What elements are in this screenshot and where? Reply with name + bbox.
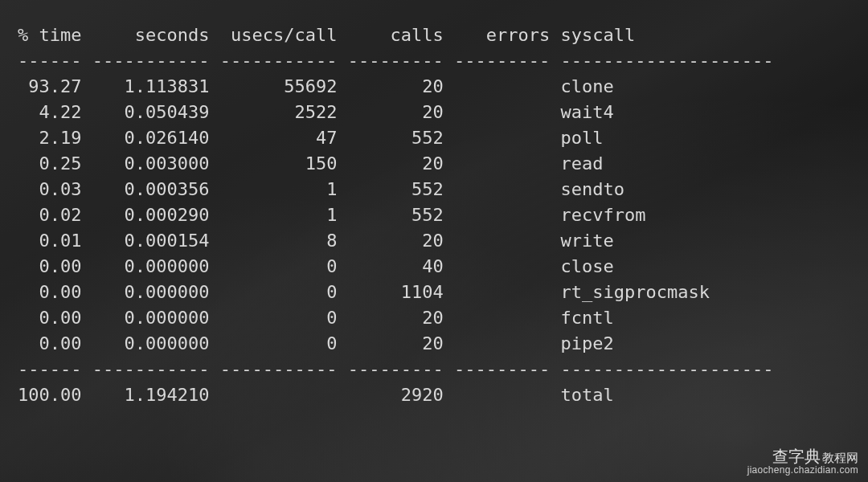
- header-errors: errors: [454, 25, 550, 45]
- cell-seconds-r4: 0.000356: [92, 179, 210, 199]
- cell-seconds-r5: 0.000290: [92, 205, 210, 225]
- divider-errors: ---------: [454, 51, 550, 71]
- table-row: 93.27 1.113831 55692 20 clone: [18, 74, 850, 100]
- divider-calls: ---------: [348, 359, 444, 379]
- table-row: 0.00 0.000000 0 1104 rt_sigprocmask: [18, 280, 850, 305]
- cell-usecs_call-r2: 47: [220, 128, 338, 148]
- table-row: 0.02 0.000290 1 552 recvfrom: [18, 202, 850, 228]
- cell-seconds-total: 1.194210: [92, 385, 210, 405]
- cell-usecs_call-r8: 0: [220, 282, 338, 302]
- cell-syscall-r2: poll: [561, 128, 774, 148]
- cell-calls-r2: 552: [348, 128, 444, 148]
- cell-seconds-r7: 0.000000: [92, 256, 210, 276]
- cell-syscall-r0: clone: [561, 76, 774, 96]
- table-row: 0.00 0.000000 0 20 pipe2: [18, 331, 850, 357]
- header-seconds: seconds: [92, 25, 210, 45]
- cell-syscall-total: total: [561, 385, 774, 405]
- divider-seconds: -----------: [92, 51, 210, 71]
- divider-pct_time: ------: [18, 359, 81, 379]
- cell-seconds-r0: 1.113831: [92, 76, 210, 96]
- header-calls: calls: [348, 25, 444, 45]
- table-row: 0.00 0.000000 0 20 fcntl: [18, 305, 850, 331]
- divider-seconds: -----------: [92, 359, 210, 379]
- cell-errors-r0: [454, 76, 550, 96]
- table-row: 0.01 0.000154 8 20 write: [18, 228, 850, 254]
- divider-row: ------ ----------- ----------- ---------…: [18, 357, 850, 382]
- cell-pct_time-r2: 2.19: [18, 128, 81, 148]
- cell-errors-r9: [454, 308, 550, 328]
- cell-pct_time-r4: 0.03: [18, 179, 81, 199]
- cell-usecs_call-r3: 150: [220, 153, 338, 174]
- cell-syscall-r9: fcntl: [561, 308, 774, 328]
- table-row: 0.25 0.003000 150 20 read: [18, 151, 850, 177]
- divider-row: ------ ----------- ----------- ---------…: [18, 48, 850, 74]
- cell-pct_time-r1: 4.22: [18, 102, 81, 122]
- cell-syscall-r6: write: [561, 231, 774, 251]
- cell-syscall-r4: sendto: [561, 179, 774, 199]
- watermark-title: 查字典教程网: [747, 447, 858, 465]
- divider-usecs_call: -----------: [220, 51, 338, 71]
- watermark: 查字典教程网 jiaocheng.chazidian.com: [747, 447, 858, 476]
- cell-calls-r5: 552: [348, 205, 444, 225]
- cell-usecs_call-r0: 55692: [220, 76, 338, 96]
- table-row: 0.03 0.000356 1 552 sendto: [18, 177, 850, 202]
- cell-usecs_call-r4: 1: [220, 179, 338, 199]
- cell-calls-r6: 20: [348, 231, 444, 251]
- header-usecs_call: usecs/call: [220, 25, 338, 45]
- watermark-title-suffix: 教程网: [822, 451, 858, 464]
- divider-usecs_call: -----------: [220, 359, 338, 379]
- cell-calls-r7: 40: [348, 256, 444, 276]
- cell-syscall-r1: wait4: [561, 102, 774, 122]
- cell-errors-r6: [454, 231, 550, 251]
- divider-calls: ---------: [348, 51, 444, 71]
- cell-seconds-r10: 0.000000: [92, 333, 210, 353]
- cell-calls-r8: 1104: [348, 282, 444, 302]
- cell-pct_time-r6: 0.01: [18, 231, 81, 251]
- cell-syscall-r10: pipe2: [561, 333, 774, 353]
- cell-errors-r10: [454, 333, 550, 353]
- cell-usecs_call-r5: 1: [220, 205, 338, 225]
- cell-errors-r5: [454, 205, 550, 225]
- cell-errors-r4: [454, 179, 550, 199]
- cell-syscall-r5: recvfrom: [561, 205, 774, 225]
- cell-calls-r3: 20: [348, 153, 444, 174]
- cell-usecs_call-r9: 0: [220, 308, 338, 328]
- cell-pct_time-r5: 0.02: [18, 205, 81, 225]
- table-row: 0.00 0.000000 0 40 close: [18, 254, 850, 280]
- cell-pct_time-r3: 0.25: [18, 153, 81, 174]
- cell-errors-r1: [454, 102, 550, 122]
- cell-calls-r1: 20: [348, 102, 444, 122]
- cell-calls-total: 2920: [348, 385, 444, 405]
- cell-seconds-r1: 0.050439: [92, 102, 210, 122]
- cell-errors-r2: [454, 128, 550, 148]
- watermark-url: jiaocheng.chazidian.com: [747, 465, 858, 476]
- cell-pct_time-r0: 93.27: [18, 76, 81, 96]
- cell-errors-total: [454, 385, 550, 405]
- header-pct_time: % time: [18, 25, 81, 45]
- cell-errors-r7: [454, 256, 550, 276]
- cell-usecs_call-r7: 0: [220, 256, 338, 276]
- divider-syscall: --------------------: [561, 51, 774, 71]
- cell-usecs_call-total: [220, 385, 338, 405]
- cell-seconds-r9: 0.000000: [92, 308, 210, 328]
- cell-calls-r0: 20: [348, 76, 444, 96]
- table-row: 4.22 0.050439 2522 20 wait4: [18, 100, 850, 125]
- divider-errors: ---------: [454, 359, 550, 379]
- cell-pct_time-r8: 0.00: [18, 282, 81, 302]
- cell-pct_time-r7: 0.00: [18, 256, 81, 276]
- cell-syscall-r7: close: [561, 256, 774, 276]
- cell-syscall-r8: rt_sigprocmask: [561, 282, 774, 302]
- cell-usecs_call-r10: 0: [220, 333, 338, 353]
- cell-errors-r3: [454, 153, 550, 174]
- cell-usecs_call-r6: 8: [220, 231, 338, 251]
- cell-pct_time-total: 100.00: [18, 385, 81, 405]
- cell-pct_time-r9: 0.00: [18, 308, 81, 328]
- header-syscall: syscall: [561, 25, 774, 45]
- cell-seconds-r3: 0.003000: [92, 153, 210, 174]
- cell-calls-r9: 20: [348, 308, 444, 328]
- cell-seconds-r6: 0.000154: [92, 231, 210, 251]
- cell-calls-r4: 552: [348, 179, 444, 199]
- divider-pct_time: ------: [18, 51, 81, 71]
- cell-calls-r10: 20: [348, 333, 444, 353]
- table-row: 2.19 0.026140 47 552 poll: [18, 125, 850, 151]
